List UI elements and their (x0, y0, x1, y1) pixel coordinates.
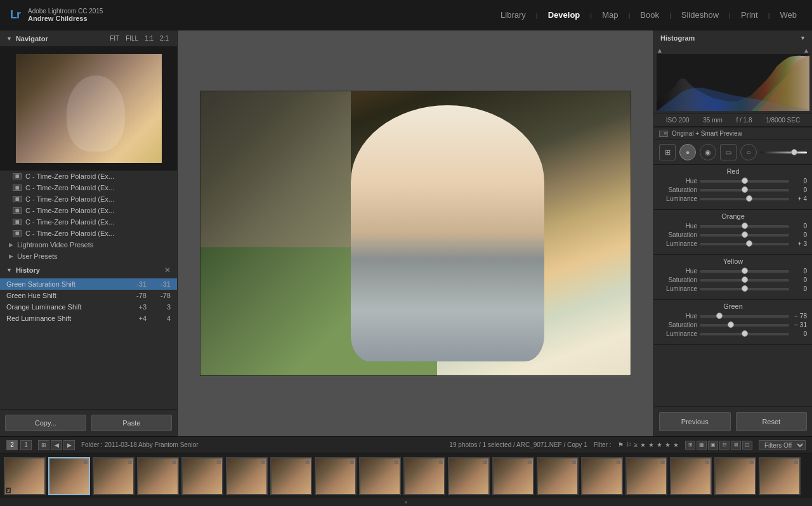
film-thumb[interactable]: ▦ (359, 457, 401, 495)
yellow-lum-label: Luminance (659, 285, 697, 292)
film-thumb[interactable]: ▦ (403, 457, 445, 495)
orange-hue-track[interactable] (700, 225, 789, 228)
film-thumb[interactable]: ▦ (759, 457, 801, 495)
film-thumb[interactable]: ▦ (670, 457, 712, 495)
film-thumb[interactable]: ▦ (93, 457, 134, 495)
yellow-sat-value: 0 (792, 276, 807, 283)
filters-off-select[interactable]: Filters Off (759, 440, 806, 450)
history-close-button[interactable]: ✕ (164, 266, 171, 275)
yellow-sat-row: Saturation 0 (659, 276, 807, 283)
filter-star5[interactable]: ★ (673, 441, 679, 448)
preset-item[interactable]: ▦ C - Time-Zero Polaroid (Ex... (0, 182, 177, 193)
film-thumb[interactable]: ▦ (714, 457, 756, 495)
grid-btn3[interactable]: ▣ (708, 441, 718, 450)
histogram-right-arrow[interactable]: ▲ (803, 47, 809, 54)
thumb-flag: ▦ (128, 459, 133, 465)
main-content: ▼ Navigator FIT FILL 1:1 2:1 ▦ C - Time-… (0, 30, 812, 436)
grid-tool-icon[interactable]: ⊞ (659, 144, 676, 160)
history-header: ▼ History ✕ (0, 262, 177, 278)
red-hue-thumb (742, 178, 748, 184)
grid-btn4[interactable]: ⊟ (719, 441, 730, 450)
preset-item[interactable]: ▦ C - Time-Zero Polaroid (Ex... (0, 228, 177, 239)
nav-book[interactable]: Book (635, 8, 664, 22)
green-lum-track[interactable] (700, 333, 789, 335)
yellow-lum-track[interactable] (700, 288, 789, 290)
film-thumb[interactable]: ▦ (625, 457, 667, 495)
nav-slideshow[interactable]: Slideshow (676, 8, 724, 22)
nav-develop[interactable]: Develop (543, 8, 586, 22)
grid-view-button[interactable]: ⊞ (38, 440, 49, 450)
nav-map[interactable]: Map (597, 8, 623, 22)
film-thumb[interactable]: ▦ (226, 457, 268, 495)
film-thumb[interactable]: 2 (4, 457, 46, 495)
history-item[interactable]: Red Luminance Shift +4 4 (0, 313, 177, 324)
film-thumb[interactable]: ▦ (448, 457, 490, 495)
nav-web[interactable]: Web (775, 8, 802, 22)
preset-name: C - Time-Zero Polaroid (Ex... (25, 218, 114, 226)
circle3-tool-icon[interactable]: ○ (740, 144, 757, 160)
nav-library[interactable]: Library (495, 8, 531, 22)
filter-star4[interactable]: ★ (665, 441, 671, 448)
preset-folder[interactable]: ▶ User Presets (0, 250, 177, 262)
grid-btn1[interactable]: ⊞ (685, 441, 695, 450)
page-1-button[interactable]: 1 (20, 440, 32, 450)
green-sat-track[interactable] (700, 324, 789, 327)
red-lum-track[interactable] (700, 198, 789, 200)
red-hue-row: Hue 0 (659, 178, 807, 185)
film-thumb[interactable]: ▦ (181, 457, 223, 495)
yellow-hue-label: Hue (659, 268, 697, 275)
film-thumb-selected[interactable]: ▦ (48, 457, 90, 495)
previous-button[interactable]: Previous (659, 412, 731, 431)
one-to-one-btn[interactable]: 1:1 (143, 34, 155, 42)
yellow-sat-track[interactable] (700, 279, 789, 282)
film-thumb[interactable]: ▦ (537, 457, 579, 495)
history-item-val1: +4 (128, 315, 147, 322)
histogram-left-arrow[interactable]: ▲ (657, 47, 663, 54)
paste-button[interactable]: Paste (91, 415, 173, 431)
red-hue-track[interactable] (700, 180, 789, 183)
orange-sat-track[interactable] (700, 234, 789, 237)
fit-btn[interactable]: FIT (108, 34, 121, 42)
preset-item[interactable]: ▦ C - Time-Zero Polaroid (Ex... (0, 216, 177, 228)
filter-star3[interactable]: ★ (657, 441, 662, 448)
preset-item[interactable]: ▦ C - Time-Zero Polaroid (Ex... (0, 193, 177, 205)
tool-slider[interactable] (761, 152, 807, 153)
square-tool-icon[interactable]: ▭ (720, 144, 737, 160)
grid-btn5[interactable]: ⊠ (731, 441, 741, 450)
filter-star2[interactable]: ★ (648, 441, 654, 448)
grid-btn2[interactable]: ▦ (697, 441, 707, 450)
fill-btn[interactable]: FILL (124, 34, 140, 42)
history-item-val1: -31 (128, 280, 147, 288)
film-thumb[interactable]: ▦ (137, 457, 179, 495)
preset-item[interactable]: ▦ C - Time-Zero Polaroid (Ex... (0, 205, 177, 216)
film-thumb[interactable]: ▦ (270, 457, 312, 495)
filter-star1[interactable]: ★ (640, 441, 646, 448)
prev-arrow-button[interactable]: ◀ (51, 440, 62, 450)
two-to-one-btn[interactable]: 2:1 (158, 34, 171, 42)
yellow-hue-track[interactable] (700, 270, 789, 273)
history-item[interactable]: Orange Luminance Shift +3 3 (0, 301, 177, 313)
navigator-header[interactable]: ▼ Navigator FIT FILL 1:1 2:1 (0, 30, 177, 46)
orange-lum-track[interactable] (700, 243, 789, 245)
film-thumb[interactable]: ▦ (581, 457, 623, 495)
circle2-tool-icon[interactable]: ◉ (700, 144, 716, 160)
bottom-arrow[interactable]: ▼ (0, 498, 812, 506)
copy-button[interactable]: Copy... (5, 415, 86, 431)
preset-folder[interactable]: ▶ Lightroom Video Presets (0, 239, 177, 250)
green-hue-track[interactable] (700, 315, 789, 318)
preset-item[interactable]: ▦ C - Time-Zero Polaroid (Ex... (0, 171, 177, 182)
green-lum-row: Luminance 0 (659, 330, 807, 337)
status-folder: Folder : 2011-03-18 Abby Frantom Senior (81, 441, 443, 448)
next-arrow-button[interactable]: ▶ (63, 440, 75, 450)
history-list: Green Saturation Shift -31 -31 Green Hue… (0, 278, 177, 409)
film-thumb[interactable]: ▦ (492, 457, 534, 495)
history-item[interactable]: Green Hue Shift -78 -78 (0, 290, 177, 301)
page-2-button[interactable]: 2 (6, 440, 18, 450)
history-item[interactable]: Green Saturation Shift -31 -31 (0, 278, 177, 290)
reset-button[interactable]: Reset (736, 412, 808, 431)
film-thumb[interactable]: ▦ (315, 457, 357, 495)
circle-tool-icon[interactable]: ● (679, 144, 696, 160)
red-sat-track[interactable] (700, 189, 789, 191)
nav-print[interactable]: Print (736, 8, 763, 22)
grid-btn6[interactable]: ◫ (742, 441, 752, 450)
